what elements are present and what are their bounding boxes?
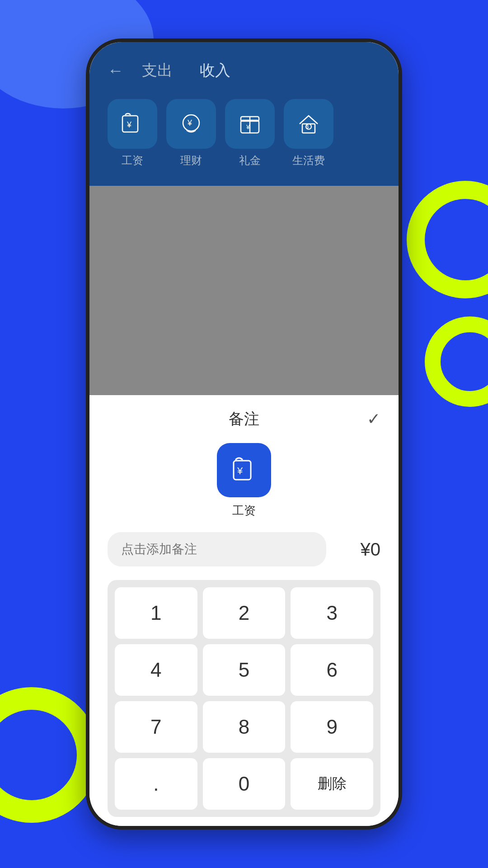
amount-display: ¥0 [335, 539, 380, 560]
numpad-9[interactable]: 9 [291, 701, 373, 753]
remark-input[interactable] [108, 532, 326, 566]
finance-label: 理财 [180, 153, 202, 168]
category-salary[interactable]: ¥ 工资 [108, 99, 157, 168]
living-icon-bg: $ [284, 99, 333, 149]
salary-icon-bg: ¥ [108, 99, 157, 149]
numpad-0[interactable]: 0 [203, 758, 286, 810]
bg-ring-3 [0, 687, 99, 823]
category-row: ¥ 工资 ¥ 理财 [108, 94, 380, 177]
gift-icon-bg: ¥ [225, 99, 275, 149]
remark-title: 备注 [229, 409, 259, 429]
svg-text:¥: ¥ [246, 123, 250, 131]
numpad-4[interactable]: 4 [115, 644, 197, 696]
numpad-5[interactable]: 5 [203, 644, 286, 696]
back-button[interactable]: ← [108, 61, 124, 80]
numpad-1[interactable]: 1 [115, 587, 197, 639]
selected-salary-icon: ¥ [228, 454, 260, 486]
confirm-button[interactable]: ✓ [367, 410, 380, 429]
svg-text:$: $ [306, 124, 309, 129]
selected-category-label: 工资 [232, 503, 256, 519]
tab-income[interactable]: 收入 [200, 60, 230, 81]
svg-text:¥: ¥ [127, 120, 132, 129]
finance-icon-bg: ¥ [166, 99, 216, 149]
numpad-delete[interactable]: 删除 [291, 758, 373, 810]
gray-area [89, 186, 399, 395]
living-label: 生活费 [292, 153, 325, 168]
phone-frame: ← 支出 收入 ¥ 工资 [86, 38, 402, 830]
gift-icon: ¥ [236, 110, 263, 137]
category-living[interactable]: $ 生活费 [284, 99, 333, 168]
tab-expense[interactable]: 支出 [142, 60, 173, 81]
svg-text:¥: ¥ [237, 465, 243, 476]
numpad-7[interactable]: 7 [115, 701, 197, 753]
numpad-2[interactable]: 2 [203, 587, 286, 639]
numpad-8[interactable]: 8 [203, 701, 286, 753]
svg-text:¥: ¥ [187, 118, 192, 127]
salary-icon: ¥ [119, 110, 146, 137]
category-gift[interactable]: ¥ 礼金 [225, 99, 275, 168]
finance-icon: ¥ [178, 110, 205, 137]
amount-row: ¥0 [108, 532, 380, 566]
header-nav: ← 支出 收入 [108, 60, 380, 81]
numpad-dot[interactable]: . [115, 758, 197, 810]
numpad: 1 2 3 4 5 6 7 8 9 . 0 删除 [108, 580, 380, 817]
salary-label: 工资 [122, 153, 143, 168]
selected-icon-bg: ¥ [217, 443, 271, 497]
app-header: ← 支出 收入 ¥ 工资 [89, 42, 399, 186]
numpad-3[interactable]: 3 [291, 587, 373, 639]
bg-ring-2 [425, 316, 488, 407]
numpad-6[interactable]: 6 [291, 644, 373, 696]
remark-header: 备注 ✓ [108, 409, 380, 429]
bottom-panel: 备注 ✓ ¥ 工资 ¥0 1 2 3 4 5 6 [89, 395, 399, 826]
selected-category: ¥ 工资 [108, 443, 380, 519]
bg-ring-1 [407, 181, 488, 298]
gift-label: 礼金 [239, 153, 261, 168]
category-finance[interactable]: ¥ 理财 [166, 99, 216, 168]
living-icon: $ [295, 110, 322, 137]
